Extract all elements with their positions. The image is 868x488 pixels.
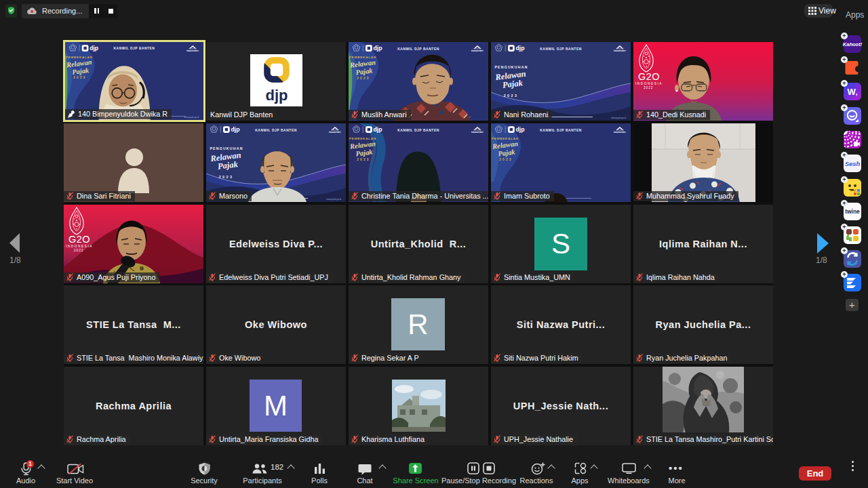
svg-text:KANWIL DJP BANTEN: KANWIL DJP BANTEN [255,128,297,132]
svg-text:KANWIL DJP BANTEN: KANWIL DJP BANTEN [540,47,582,51]
svg-text:djp: djp [374,126,383,133]
svg-text:G2O: G2O [68,234,90,245]
svg-text:www.pajak.go.id: www.pajak.go.id [184,116,199,119]
svg-text:2022: 2022 [74,249,83,252]
svg-text:PENGUKUHAN: PENGUKUHAN [494,65,528,69]
svg-text:PENGUKUHAN: PENGUKUHAN [210,146,243,150]
svg-text:2022: 2022 [644,86,653,89]
svg-text:taxcenter: taxcenter [614,49,626,52]
svg-text:2023: 2023 [73,76,86,79]
svg-text:2023: 2023 [504,94,519,98]
svg-text:djp: djp [90,45,98,52]
svg-text:taxcenter: taxcenter [471,130,484,134]
svg-text:djp: djp [374,45,383,52]
svg-text:KANWIL DJP BANTEN: KANWIL DJP BANTEN [114,47,155,50]
svg-text:djp: djp [266,87,288,104]
svg-text:INDONESIA: INDONESIA [66,245,93,248]
svg-text:2023: 2023 [219,175,234,179]
svg-text:taxcenter: taxcenter [329,130,341,134]
svg-text:2023: 2023 [357,77,370,80]
svg-text:G2O: G2O [638,71,660,82]
svg-text:taxcenter: taxcenter [471,49,484,52]
svg-text:djp: djp [231,126,241,133]
svg-text:taxcenter: taxcenter [186,49,199,52]
svg-text:taxcenter: taxcenter [614,130,626,134]
svg-text:KANWIL DJP BANTEN: KANWIL DJP BANTEN [397,128,439,132]
svg-text:INDONESIA: INDONESIA [635,82,663,85]
svg-text:www.pajak.go.id: www.pajak.go.id [326,198,341,201]
svg-text:2023: 2023 [357,158,370,161]
svg-text:djp: djp [516,126,526,133]
svg-text:www.pajak.go.id: www.pajak.go.id [611,117,626,119]
svg-text:KANWIL DJP BANTEN: KANWIL DJP BANTEN [397,47,439,51]
svg-text:KANWIL DJP BANTEN: KANWIL DJP BANTEN [540,128,582,132]
svg-text:2023: 2023 [499,158,512,161]
svg-text:djp: djp [516,45,526,52]
